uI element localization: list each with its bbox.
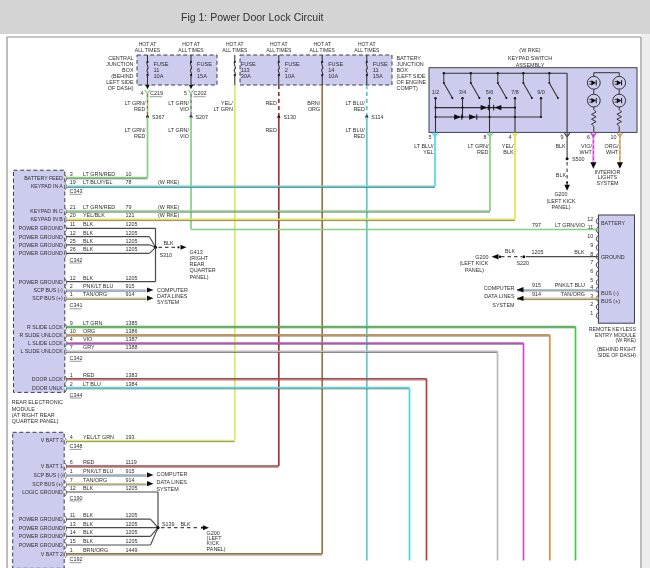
svg-text:5: 5 bbox=[429, 134, 432, 140]
svg-text:2: 2 bbox=[590, 301, 593, 307]
svg-text:1205: 1205 bbox=[126, 275, 138, 281]
svg-text:POWER GROUND: POWER GROUND bbox=[19, 242, 63, 248]
svg-text:BLK: BLK bbox=[83, 538, 94, 544]
svg-text:RED: RED bbox=[134, 133, 145, 139]
svg-text:C192: C192 bbox=[70, 556, 83, 562]
svg-text:LT GRN: LT GRN bbox=[214, 106, 233, 112]
svg-text:C190: C190 bbox=[70, 495, 83, 501]
svg-text:S220: S220 bbox=[517, 260, 530, 266]
svg-text:21: 21 bbox=[70, 204, 76, 210]
svg-text:S310: S310 bbox=[160, 252, 173, 258]
svg-text:10A: 10A bbox=[328, 73, 338, 79]
svg-text:20: 20 bbox=[70, 212, 76, 218]
svg-text:4: 4 bbox=[70, 434, 73, 440]
svg-text:G413: G413 bbox=[190, 249, 203, 255]
svg-text:ORG: ORG bbox=[308, 106, 320, 112]
svg-text:4: 4 bbox=[141, 90, 144, 96]
svg-text:19: 19 bbox=[70, 179, 76, 185]
svg-text:V BATT 1: V BATT 1 bbox=[41, 463, 63, 469]
svg-text:12: 12 bbox=[70, 275, 76, 281]
svg-text:S139: S139 bbox=[162, 521, 175, 527]
svg-text:BLK: BLK bbox=[555, 143, 566, 149]
svg-text:ORG: ORG bbox=[83, 328, 95, 334]
svg-text:PNK/LT BLU: PNK/LT BLU bbox=[555, 282, 585, 288]
svg-text:10: 10 bbox=[587, 233, 593, 239]
svg-text:SCP BUS (-): SCP BUS (-) bbox=[33, 287, 63, 293]
svg-text:RED: RED bbox=[83, 372, 94, 378]
svg-text:BATTERY FEED: BATTERY FEED bbox=[24, 175, 63, 181]
svg-text:(W RKE): (W RKE) bbox=[158, 204, 179, 210]
svg-text:BLK: BLK bbox=[83, 275, 94, 281]
svg-text:BLK: BLK bbox=[505, 248, 516, 254]
svg-text:ALL TIMES: ALL TIMES bbox=[178, 47, 204, 53]
svg-text:BLK: BLK bbox=[164, 240, 175, 246]
svg-text:ALL TIMES: ALL TIMES bbox=[222, 47, 248, 53]
svg-text:SYSTEM: SYSTEM bbox=[157, 299, 180, 305]
svg-text:GROUND: GROUND bbox=[601, 254, 625, 260]
svg-text:10: 10 bbox=[126, 171, 132, 177]
svg-text:BRN/ORG: BRN/ORG bbox=[83, 547, 108, 553]
svg-text:1205: 1205 bbox=[532, 249, 544, 255]
svg-text:12: 12 bbox=[587, 216, 593, 222]
svg-text:9: 9 bbox=[561, 134, 564, 140]
svg-text:ALL TIMES: ALL TIMES bbox=[354, 47, 380, 53]
svg-text:1383: 1383 bbox=[126, 372, 138, 378]
svg-text:(W RKE): (W RKE) bbox=[519, 47, 540, 53]
svg-text:5: 5 bbox=[184, 90, 187, 96]
svg-text:PNK/LT BLU: PNK/LT BLU bbox=[83, 283, 113, 289]
svg-text:ALL TIMES: ALL TIMES bbox=[266, 47, 292, 53]
svg-text:11: 11 bbox=[70, 512, 76, 518]
svg-text:1449: 1449 bbox=[126, 547, 138, 553]
svg-text:1205: 1205 bbox=[126, 538, 138, 544]
svg-text:1205: 1205 bbox=[126, 521, 138, 527]
svg-text:S114: S114 bbox=[371, 114, 383, 120]
svg-text:TAN/ORG: TAN/ORG bbox=[561, 291, 585, 297]
svg-text:10: 10 bbox=[70, 328, 76, 334]
svg-text:915: 915 bbox=[126, 283, 135, 289]
svg-text:3: 3 bbox=[70, 171, 73, 177]
svg-text:POWER GROUND: POWER GROUND bbox=[19, 234, 63, 240]
svg-text:30A: 30A bbox=[241, 73, 251, 79]
svg-text:3/4: 3/4 bbox=[459, 89, 467, 95]
svg-text:1205: 1205 bbox=[126, 246, 138, 252]
svg-text:S207: S207 bbox=[196, 114, 209, 120]
svg-text:COMPUTER: COMPUTER bbox=[484, 285, 515, 291]
svg-text:COMPUTER: COMPUTER bbox=[157, 287, 188, 293]
svg-text:1119: 1119 bbox=[126, 459, 137, 465]
svg-text:LT BLU/YEL: LT BLU/YEL bbox=[83, 179, 112, 185]
svg-text:914: 914 bbox=[532, 291, 541, 297]
svg-text:ASSEMBLY: ASSEMBLY bbox=[516, 62, 545, 68]
svg-text:BLK: BLK bbox=[83, 512, 94, 518]
svg-text:10A: 10A bbox=[285, 73, 295, 79]
svg-text:KEYPAD SWITCH: KEYPAD SWITCH bbox=[508, 55, 552, 61]
svg-text:BATTERY: BATTERY bbox=[601, 220, 625, 226]
svg-text:C341: C341 bbox=[70, 302, 83, 308]
svg-text:25: 25 bbox=[70, 238, 76, 244]
svg-text:POWER GROUND: POWER GROUND bbox=[19, 225, 63, 231]
svg-text:S367: S367 bbox=[152, 114, 165, 120]
svg-text:LT GRN/RED: LT GRN/RED bbox=[83, 171, 115, 177]
svg-text:RED: RED bbox=[477, 149, 488, 155]
svg-text:2: 2 bbox=[70, 283, 73, 289]
svg-text:BLK: BLK bbox=[83, 238, 94, 244]
svg-text:KEYPAD IN B: KEYPAD IN B bbox=[31, 216, 64, 222]
svg-text:DATA LINES: DATA LINES bbox=[157, 479, 188, 485]
svg-text:GRY: GRY bbox=[83, 344, 95, 350]
svg-text:PANEL): PANEL) bbox=[465, 267, 484, 273]
svg-text:78: 78 bbox=[126, 179, 132, 185]
svg-text:1205: 1205 bbox=[126, 529, 138, 535]
svg-text:WHT: WHT bbox=[580, 149, 593, 155]
svg-text:COMPT): COMPT) bbox=[397, 85, 418, 91]
svg-text:7: 7 bbox=[70, 477, 73, 483]
svg-text:SCP BUS (+): SCP BUS (+) bbox=[32, 481, 63, 487]
svg-text:5/6: 5/6 bbox=[486, 89, 494, 95]
svg-text:1: 1 bbox=[70, 291, 73, 297]
svg-text:RED: RED bbox=[83, 459, 94, 465]
svg-text:1205: 1205 bbox=[126, 512, 138, 518]
svg-text:1: 1 bbox=[70, 468, 73, 474]
svg-text:5: 5 bbox=[590, 277, 593, 283]
svg-text:POWER GROUND: POWER GROUND bbox=[19, 533, 63, 539]
svg-text:TAN/ORG: TAN/ORG bbox=[83, 477, 107, 483]
svg-text:(LEFT KICK: (LEFT KICK bbox=[459, 260, 488, 266]
svg-text:YEL/BLK: YEL/BLK bbox=[83, 212, 105, 218]
